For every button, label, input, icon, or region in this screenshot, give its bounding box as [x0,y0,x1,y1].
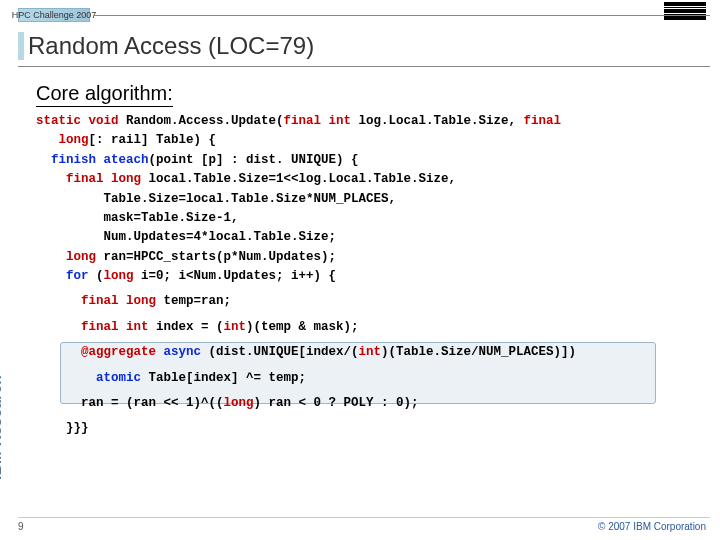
header-bar: HPC Challenge 2007 [18,6,710,24]
title-accent [18,32,24,60]
footer-divider [18,517,710,518]
side-brand-label: IBM Research [0,375,4,480]
page-number: 9 [18,521,24,532]
slide-title-row: Random Access (LOC=79) [18,32,710,67]
code-block: static void Random.Access.Update(final i… [36,112,702,439]
sub-heading: Core algorithm: [36,82,173,107]
header-divider [94,15,710,16]
event-badge: HPC Challenge 2007 [18,8,90,22]
ibm-logo-icon [664,2,706,20]
slide-title: Random Access (LOC=79) [28,32,710,60]
copyright: © 2007 IBM Corporation [598,521,706,532]
